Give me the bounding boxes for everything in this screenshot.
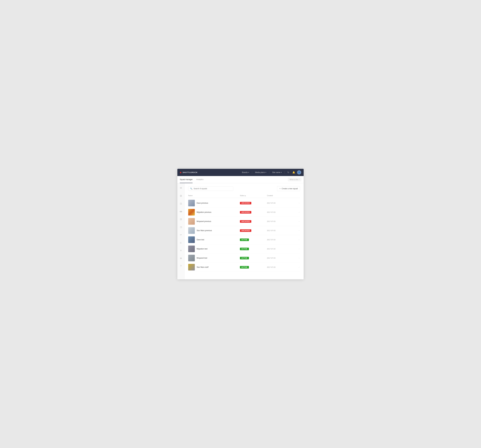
notifications-button[interactable]: 🔔: [291, 170, 296, 175]
row-status-cell: Archived: [240, 202, 267, 204]
outer-wrapper: ◆ SHUTTLEROCK Boards ▾ | Media plans ▾ |…: [174, 163, 307, 285]
table-row[interactable]: Mixpanel previous Archived 2017-07-03 ··…: [188, 217, 300, 226]
toolbar: 🔍 + Create a new squad: [188, 186, 300, 191]
table-row[interactable]: Migration test Active 2017-07-03 ···: [188, 244, 300, 254]
what-is-this-button[interactable]: What is this ?: [288, 178, 301, 181]
row-name-cell: Dave test: [188, 236, 240, 243]
col-header-actions: [294, 195, 300, 197]
row-status-cell: Archived: [240, 220, 267, 223]
search-input[interactable]: [194, 188, 231, 190]
row-thumbnail: [188, 218, 195, 225]
row-actions-button[interactable]: ···: [294, 238, 300, 241]
user-avatar-button[interactable]: 👤: [297, 170, 301, 175]
sidebar-icon-folder[interactable]: ⊏: [179, 240, 183, 245]
sidebar-icon-tag[interactable]: ⊡: [179, 201, 183, 206]
boards-chevron-icon: ▾: [248, 171, 249, 173]
content-area: 🔍 + Create a new squad Name Status ▴ Cre…: [185, 183, 304, 279]
col-header-status[interactable]: Status ▴: [240, 195, 267, 197]
separator-2: |: [269, 171, 270, 174]
col-header-name: Name: [188, 195, 240, 197]
row-name-cell: Mixpanel previous: [188, 218, 240, 225]
avatar-icon: 👤: [298, 171, 300, 173]
row-name-text: Migration previous: [197, 211, 211, 213]
table-row[interactable]: Migration previous Archived 2017-07-03 ·…: [188, 208, 300, 217]
row-actions-button[interactable]: ···: [294, 229, 300, 232]
tab-analytics[interactable]: Analytics: [196, 176, 203, 183]
search-icon: 🔍: [190, 188, 192, 190]
status-badge: Active: [240, 238, 249, 241]
row-name-text: Star Wars stuff: [197, 266, 209, 268]
row-thumbnail: [188, 236, 195, 243]
site-name-chevron-icon: ▾: [281, 171, 282, 173]
sidebar-icon-help[interactable]: ?: [179, 264, 183, 269]
tab-squad-manager[interactable]: Squad manager: [180, 176, 193, 183]
top-nav: ◆ SHUTTLEROCK Boards ▾ | Media plans ▾ |…: [177, 169, 304, 176]
table-row[interactable]: Star Wars stuff Active 2017-07-03 ···: [188, 263, 300, 272]
row-status-cell: Active: [240, 266, 267, 269]
media-plans-button[interactable]: Media plans ▾: [254, 170, 268, 174]
sub-nav-tabs: Squad manager Analytics: [180, 176, 203, 183]
row-status-cell: Active: [240, 247, 267, 250]
media-plans-label: Media plans: [255, 171, 265, 173]
row-date-cell: 2017-07-03: [267, 257, 294, 259]
logo-area: ◆ SHUTTLEROCK: [180, 171, 198, 174]
row-name-text: Star Wars previous: [197, 229, 212, 232]
row-name-text: Mixpanel previous: [197, 220, 211, 222]
row-actions-button[interactable]: ···: [294, 266, 300, 268]
tab-analytics-label: Analytics: [196, 178, 203, 181]
col-header-created: Created: [267, 195, 294, 197]
row-thumbnail: [188, 200, 195, 206]
row-name-text: Mixpanel test: [197, 257, 207, 259]
row-date-cell: 2017-07-03: [267, 211, 294, 213]
table-row[interactable]: Mixpanel test Active 2017-07-03 ···: [188, 254, 300, 263]
table-row[interactable]: Dave previous Archived 2017-07-03 ···: [188, 198, 300, 208]
row-date-cell: 2017-07-03: [267, 220, 294, 222]
logo-text: SHUTTLEROCK: [183, 171, 198, 173]
row-actions-button[interactable]: ···: [294, 202, 300, 204]
row-status-cell: Active: [240, 257, 267, 259]
row-status-cell: Archived: [240, 211, 267, 213]
status-badge: Archived: [240, 202, 251, 204]
sub-nav: Squad manager Analytics What is this ?: [177, 176, 304, 183]
search-box[interactable]: 🔍: [188, 187, 233, 191]
sidebar-icon-mail[interactable]: ✉: [179, 186, 183, 191]
boards-button[interactable]: Boards ▾: [240, 170, 251, 174]
row-date-cell: 2017-07-03: [267, 266, 294, 268]
sidebar-icon-building[interactable]: ⊞: [179, 193, 183, 198]
row-actions-button[interactable]: ···: [294, 257, 300, 259]
create-squad-button[interactable]: + Create a new squad: [277, 186, 300, 191]
row-date-cell: 2017-07-03: [267, 239, 294, 241]
sidebar-icon-table[interactable]: ⊟: [179, 217, 183, 222]
sidebar-icon-tools[interactable]: ✂: [179, 233, 183, 237]
status-badge: Active: [240, 257, 249, 259]
row-name-cell: Migration test: [188, 246, 240, 252]
create-squad-label: Create a new squad: [282, 188, 298, 190]
row-name-text: Dave previous: [197, 202, 208, 204]
row-date-cell: 2017-07-03: [267, 202, 294, 204]
tab-squad-manager-label: Squad manager: [180, 178, 193, 181]
row-actions-button[interactable]: ···: [294, 220, 300, 222]
row-name-cell: Migration previous: [188, 209, 240, 215]
status-badge: Active: [240, 248, 249, 250]
status-badge: Archived: [240, 229, 251, 232]
media-plans-chevron-icon: ▾: [265, 171, 266, 173]
row-actions-button[interactable]: ···: [294, 211, 300, 213]
boards-label: Boards: [242, 171, 248, 173]
table-row[interactable]: Dave test Active 2017-07-03 ···: [188, 235, 300, 244]
table-row[interactable]: Star Wars previous Archived 2017-07-03 ·…: [188, 226, 300, 235]
row-thumbnail: [188, 246, 195, 252]
row-date-cell: 2017-07-03: [267, 248, 294, 250]
sidebar-icon-globe[interactable]: ⊕: [179, 256, 183, 261]
refresh-button[interactable]: ↻: [286, 170, 291, 175]
row-actions-button[interactable]: ···: [294, 248, 300, 250]
sidebar-icon-device[interactable]: ▭: [179, 209, 183, 214]
status-badge: Active: [240, 266, 249, 269]
site-name-button[interactable]: Site name ▾: [271, 170, 283, 174]
row-date-cell: 2017-07-03: [267, 230, 294, 231]
row-name-text: Dave test: [197, 239, 204, 241]
sidebar-icon-clock[interactable]: ◷: [179, 225, 183, 229]
row-thumbnail: [188, 227, 195, 234]
row-status-cell: Active: [240, 238, 267, 241]
sidebar-icon-menu[interactable]: ≡: [179, 248, 183, 253]
status-badge: Archived: [240, 220, 251, 223]
